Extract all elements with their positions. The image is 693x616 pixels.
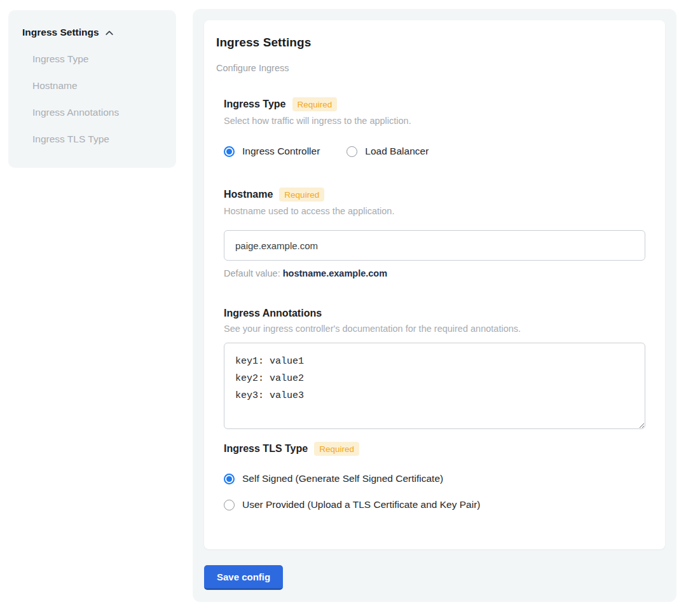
section-ingress-annotations: Ingress Annotations See your ingress con… (224, 308, 645, 429)
ingress-settings-card: Ingress Settings Configure Ingress Ingre… (204, 20, 665, 549)
ingress-annotations-textarea[interactable]: key1: value1 key2: value2 key3: value3 (224, 343, 645, 429)
settings-sidebar: Ingress Settings Ingress Type Hostname I… (8, 10, 176, 168)
radio-option-load-balancer[interactable]: Load Balancer (346, 146, 429, 157)
radio-option-label: Ingress Controller (242, 146, 320, 157)
radio-icon[interactable] (224, 146, 235, 157)
radio-icon[interactable] (224, 474, 235, 484)
radio-option-label: User Provided (Upload a TLS Certificate … (242, 499, 480, 510)
hostname-input[interactable] (224, 230, 645, 261)
radio-option-self-signed[interactable]: Self Signed (Generate Self Signed Certif… (224, 473, 645, 484)
section-ingress-type: Ingress Type Required Select how traffic… (224, 97, 645, 157)
sidebar-item-hostname[interactable]: Hostname (32, 80, 162, 92)
radio-icon[interactable] (224, 500, 235, 510)
radio-option-user-provided[interactable]: User Provided (Upload a TLS Certificate … (224, 499, 645, 510)
required-badge: Required (279, 188, 324, 202)
section-hostname: Hostname Required Hostname used to acces… (224, 188, 645, 278)
radio-option-label: Load Balancer (365, 146, 429, 157)
page-subtitle: Configure Ingress (216, 63, 653, 73)
ingress-annotations-label: Ingress Annotations (224, 308, 322, 319)
default-value-prefix: Default value: (224, 268, 283, 278)
hostname-default-line: Default value: hostname.example.com (224, 268, 645, 278)
sidebar-group-ingress-settings[interactable]: Ingress Settings (22, 27, 162, 38)
required-badge: Required (314, 442, 359, 456)
hostname-label: Hostname (224, 189, 273, 200)
chevron-up-icon[interactable] (104, 28, 114, 38)
section-ingress-tls-type: Ingress TLS Type Required Self Signed (G… (224, 442, 645, 510)
ingress-settings-panel: Ingress Settings Configure Ingress Ingre… (193, 9, 676, 602)
ingress-tls-type-label: Ingress TLS Type (224, 443, 308, 455)
ingress-annotations-description: See your ingress controller's documentat… (224, 324, 645, 334)
hostname-description: Hostname used to access the application. (224, 206, 645, 216)
form-sections: Ingress Type Required Select how traffic… (224, 97, 645, 510)
sidebar-item-ingress-tls-type[interactable]: Ingress TLS Type (32, 133, 162, 145)
sidebar-item-ingress-annotations[interactable]: Ingress Annotations (32, 107, 162, 118)
radio-icon[interactable] (346, 146, 357, 157)
page-title: Ingress Settings (216, 36, 653, 50)
required-badge: Required (292, 97, 338, 111)
sidebar-item-ingress-type[interactable]: Ingress Type (32, 53, 162, 65)
default-value-text: hostname.example.com (283, 268, 387, 278)
ingress-type-description: Select how traffic will ingress to the a… (224, 116, 645, 126)
radio-option-label: Self Signed (Generate Self Signed Certif… (242, 473, 443, 484)
ingress-type-label: Ingress Type (224, 99, 286, 110)
save-config-button[interactable]: Save config (204, 565, 283, 590)
radio-option-ingress-controller[interactable]: Ingress Controller (224, 146, 320, 157)
sidebar-group-label: Ingress Settings (22, 27, 99, 38)
